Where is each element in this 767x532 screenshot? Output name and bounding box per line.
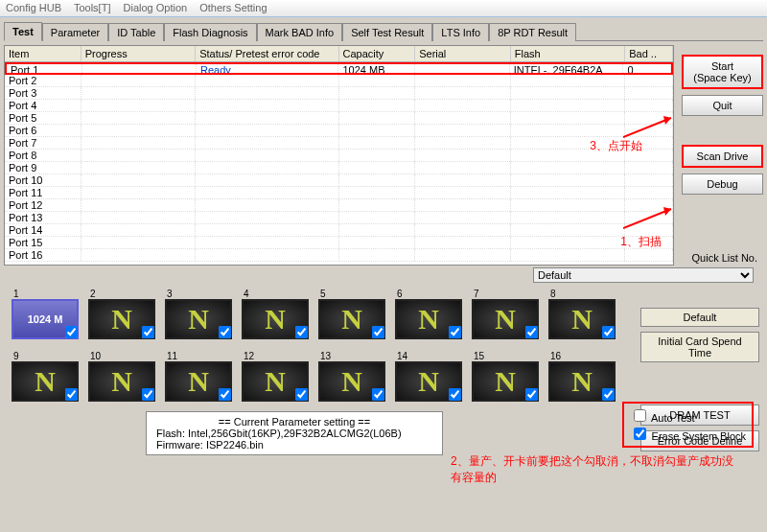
card-number: 1 xyxy=(12,289,82,299)
tab-8p-rdt-result[interactable]: 8P RDT Result xyxy=(489,23,576,41)
param-firmware: Firmware: ISP2246.bin xyxy=(156,439,432,451)
col-header[interactable]: Item xyxy=(5,46,81,61)
port-card-6[interactable]: N xyxy=(395,299,462,339)
menu-others[interactable]: Others Setting xyxy=(199,2,267,13)
port-card-10[interactable]: N xyxy=(88,361,155,402)
table-row[interactable]: Port 7 xyxy=(5,137,673,150)
table-row[interactable]: Port 9 xyxy=(5,162,673,174)
table-row[interactable]: Port 1Ready1024 MBINTEL-, 29F64B2A0 xyxy=(5,62,673,75)
quit-button[interactable]: Quit xyxy=(682,95,763,116)
param-title: == Current Parameter setting == xyxy=(156,416,432,428)
port-card-12[interactable]: N xyxy=(242,361,309,402)
card-check[interactable] xyxy=(372,388,384,401)
port-card-16[interactable]: N xyxy=(548,361,616,402)
card-number: 13 xyxy=(318,351,389,361)
spend-time-label: Initial Card Spend Time xyxy=(640,332,759,362)
card-check[interactable] xyxy=(525,326,538,338)
menu-dialog[interactable]: Dialog Option xyxy=(124,2,188,13)
start-button[interactable]: Start (Space Key) xyxy=(682,55,763,89)
col-header[interactable]: Progress xyxy=(81,46,196,61)
tab-test[interactable]: Test xyxy=(4,22,42,41)
table-row[interactable]: Port 8 xyxy=(5,150,673,162)
card-number: 16 xyxy=(548,351,619,361)
tab-self-test-result[interactable]: Self Test Result xyxy=(342,23,432,41)
port-card-7[interactable]: N xyxy=(472,299,539,339)
table-row[interactable]: Port 13 xyxy=(5,212,673,224)
card-check[interactable] xyxy=(295,388,308,401)
quick-list-label: Quick List No. xyxy=(682,250,763,266)
card-number: 14 xyxy=(395,351,466,361)
port-card-1[interactable]: 1024 M xyxy=(12,299,79,339)
card-check[interactable] xyxy=(372,326,384,338)
port-card-5[interactable]: N xyxy=(318,299,385,339)
port-table: ItemProgressStatus/ Pretest error codeCa… xyxy=(4,45,674,266)
debug-button[interactable]: Debug xyxy=(682,173,763,195)
table-row[interactable]: Port 14 xyxy=(5,224,673,237)
param-setting-box: == Current Parameter setting == Flash: I… xyxy=(146,411,443,455)
card-number: 15 xyxy=(472,351,543,361)
table-row[interactable]: Port 12 xyxy=(5,199,673,212)
table-row[interactable]: Port 15 xyxy=(5,237,673,249)
status-default: Default xyxy=(640,308,759,327)
port-card-2[interactable]: N xyxy=(88,299,155,339)
col-header[interactable]: Bad .. xyxy=(625,46,673,61)
card-check[interactable] xyxy=(602,326,615,338)
port-card-15[interactable]: N xyxy=(472,361,539,402)
menu-config[interactable]: Config HUB xyxy=(6,2,61,13)
tab-flash-diagnosis[interactable]: Flash Diagnosis xyxy=(164,23,256,41)
port-card-11[interactable]: N xyxy=(165,361,232,402)
auto-test-check[interactable]: Auto Test xyxy=(630,406,746,425)
tab-mark-bad-info[interactable]: Mark BAD Info xyxy=(257,23,343,41)
profile-select[interactable]: Default xyxy=(533,267,754,283)
card-number: 5 xyxy=(318,289,389,299)
scan-drive-button[interactable]: Scan Drive xyxy=(682,145,763,168)
card-check[interactable] xyxy=(602,388,615,401)
table-row[interactable]: Port 4 xyxy=(5,100,673,112)
card-number: 4 xyxy=(242,289,313,299)
check-group: Auto Test Erase System Block xyxy=(622,402,754,448)
port-card-14[interactable]: N xyxy=(395,361,462,402)
table-row[interactable]: Port 10 xyxy=(5,174,673,187)
col-header[interactable]: Flash xyxy=(511,46,625,61)
param-flash: Flash: Intel,256Gbit(16KP),29F32B2ALCMG2… xyxy=(156,428,432,439)
card-check[interactable] xyxy=(142,326,154,338)
card-check[interactable] xyxy=(525,388,538,401)
table-row[interactable]: Port 16 xyxy=(5,249,673,262)
tab-id-table[interactable]: ID Table xyxy=(108,23,164,41)
tab-lts-info[interactable]: LTS Info xyxy=(432,23,489,41)
start-label-1: Start xyxy=(686,60,759,72)
card-check[interactable] xyxy=(219,326,231,338)
table-row[interactable]: Port 3 xyxy=(5,87,673,100)
card-number: 6 xyxy=(395,289,466,299)
card-number: 10 xyxy=(88,351,159,361)
port-card-3[interactable]: N xyxy=(165,299,232,339)
menu-tools[interactable]: Tools[T] xyxy=(74,2,111,13)
card-number: 2 xyxy=(88,289,159,299)
card-check[interactable] xyxy=(65,326,78,338)
card-check[interactable] xyxy=(449,388,461,401)
table-row[interactable]: Port 5 xyxy=(5,112,673,125)
tab-parameter[interactable]: Parameter xyxy=(42,23,108,41)
card-check[interactable] xyxy=(142,388,154,401)
card-check[interactable] xyxy=(219,388,231,401)
table-row[interactable]: Port 2 xyxy=(5,75,673,87)
card-check[interactable] xyxy=(295,326,308,338)
table-row[interactable]: Port 11 xyxy=(5,187,673,199)
port-card-13[interactable]: N xyxy=(318,361,385,402)
start-label-2: (Space Key) xyxy=(686,72,759,83)
menu-bar: Config HUB Tools[T] Dialog Option Others… xyxy=(0,0,767,17)
col-header[interactable]: Capacity xyxy=(339,46,416,61)
port-card-8[interactable]: N xyxy=(548,299,616,339)
card-number: 9 xyxy=(12,351,82,361)
col-header[interactable]: Serial xyxy=(415,46,511,61)
erase-system-check[interactable]: Erase System Block xyxy=(630,425,746,443)
port-card-4[interactable]: N xyxy=(242,299,309,339)
table-row[interactable]: Port 6 xyxy=(5,125,673,137)
port-card-9[interactable]: N xyxy=(12,361,79,402)
card-number: 3 xyxy=(165,289,236,299)
col-header[interactable]: Status/ Pretest error code xyxy=(196,46,338,61)
card-number: 7 xyxy=(472,289,543,299)
card-number: 8 xyxy=(548,289,619,299)
card-check[interactable] xyxy=(65,388,78,401)
card-check[interactable] xyxy=(449,326,461,338)
